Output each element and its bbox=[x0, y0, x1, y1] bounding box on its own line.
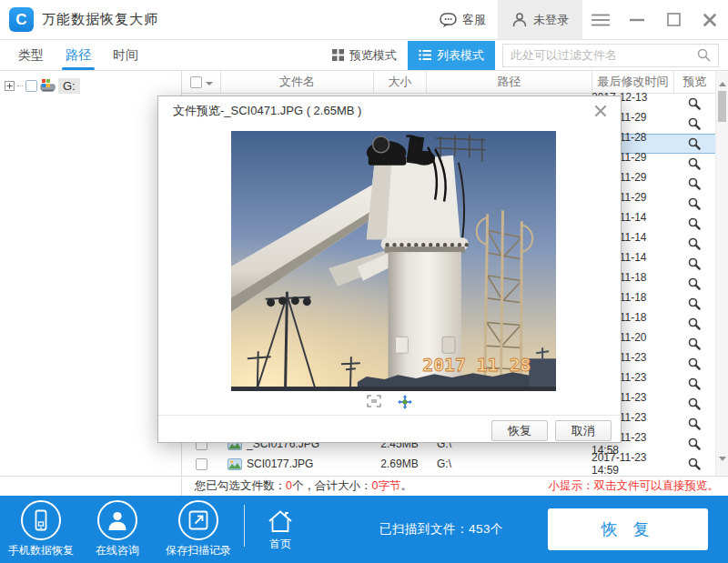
preview-photo: 2017 11 28 bbox=[231, 131, 556, 391]
bottombar-divider bbox=[244, 505, 245, 547]
row-checkbox[interactable] bbox=[196, 458, 207, 470]
minimize-button[interactable] bbox=[619, 0, 655, 39]
tab-type[interactable]: 类型 bbox=[16, 40, 46, 70]
preview-modal: 文件预览-_SCI0471.JPG ( 2.65MB ) bbox=[157, 96, 622, 443]
preview-magnifier-icon[interactable] bbox=[688, 377, 701, 390]
minimize-icon bbox=[630, 18, 644, 22]
image-file-icon bbox=[228, 458, 242, 470]
preview-magnifier-icon[interactable] bbox=[688, 97, 701, 110]
expand-icon[interactable] bbox=[5, 81, 15, 91]
close-button[interactable] bbox=[692, 0, 728, 39]
preview-magnifier-icon[interactable] bbox=[688, 217, 701, 230]
login-button[interactable]: 未登录 bbox=[498, 0, 582, 39]
folder-tree: G: bbox=[0, 71, 182, 476]
preview-magnifier-icon[interactable] bbox=[688, 137, 701, 150]
user-icon bbox=[511, 12, 528, 27]
preview-magnifier-icon[interactable] bbox=[688, 157, 701, 170]
preview-magnifier-icon[interactable] bbox=[688, 417, 701, 430]
chat-bubble-icon bbox=[440, 12, 457, 28]
preview-magnifier-icon[interactable] bbox=[688, 117, 701, 130]
selection-summary: 您已勾选文件数：0个，合计大小：0字节。 bbox=[195, 478, 412, 494]
search-input[interactable] bbox=[503, 48, 697, 62]
table-scrollbar[interactable] bbox=[715, 71, 728, 476]
filesize-text: 2.69MB bbox=[373, 454, 426, 474]
scrollbar-thumb[interactable] bbox=[718, 91, 726, 122]
maximize-button[interactable] bbox=[655, 0, 692, 39]
modal-divider bbox=[158, 415, 621, 416]
tip-text: 小提示：双击文件可以直接预览。 bbox=[549, 478, 720, 494]
support-button[interactable]: 客服 bbox=[428, 0, 498, 39]
toolbar: 类型 路径 时间 预览模式 列表模式 bbox=[0, 40, 728, 71]
fit-screen-icon[interactable] bbox=[367, 395, 381, 409]
tree-connector bbox=[17, 85, 23, 86]
statusbar: 您已勾选文件数：0个，合计大小：0字节。 小提示：双击文件可以直接预览。 bbox=[0, 476, 728, 496]
modal-title: 文件预览-_SCI0471.JPG ( 2.65MB ) bbox=[173, 103, 361, 119]
search-icon[interactable] bbox=[697, 48, 718, 62]
close-icon bbox=[703, 14, 716, 26]
online-consult-button[interactable]: 在线咨询 bbox=[82, 500, 153, 558]
home-button[interactable]: 首页 bbox=[252, 508, 308, 552]
drive-icon bbox=[40, 78, 56, 93]
titlebar: C 万能数据恢复大师 客服 未登录 bbox=[0, 0, 728, 40]
hamburger-icon bbox=[592, 14, 610, 26]
actual-size-icon[interactable] bbox=[398, 395, 412, 409]
list-icon bbox=[419, 49, 431, 61]
header-path[interactable]: 路径 bbox=[426, 71, 592, 93]
preview-magnifier-icon[interactable] bbox=[688, 277, 701, 290]
scanned-count-text: 已扫描到文件：453个 bbox=[379, 521, 503, 538]
modal-titlebar: 文件预览-_SCI0471.JPG ( 2.65MB ) bbox=[158, 96, 621, 126]
grid-icon bbox=[332, 49, 344, 61]
table-row[interactable]: SCI0177.JPG 2.69MB G:\ 2017-11-23 14:59 bbox=[182, 454, 728, 474]
preview-magnifier-icon[interactable] bbox=[688, 177, 701, 190]
save-scan-record-button[interactable]: 保存扫描记录 bbox=[153, 500, 244, 558]
modal-close-button[interactable] bbox=[595, 106, 606, 116]
phone-recovery-button[interactable]: 手机数据恢复 bbox=[0, 500, 82, 558]
preview-magnifier-icon[interactable] bbox=[688, 297, 701, 310]
preview-magnifier-icon[interactable] bbox=[688, 437, 701, 450]
preview-magnifier-icon[interactable] bbox=[688, 317, 701, 330]
preview-magnifier-icon[interactable] bbox=[688, 337, 701, 350]
header-size[interactable]: 大小 bbox=[373, 71, 426, 93]
filter-searchbox bbox=[502, 44, 719, 67]
app-window: C 万能数据恢复大师 客服 未登录 bbox=[0, 0, 728, 563]
chevron-down-icon[interactable] bbox=[206, 82, 213, 89]
preview-mode-button[interactable]: 预览模式 bbox=[321, 41, 408, 70]
statusbar-spacer bbox=[0, 477, 182, 496]
modal-recover-button[interactable]: 恢复 bbox=[491, 420, 548, 441]
app-title: 万能数据恢复大师 bbox=[42, 11, 158, 28]
preview-magnifier-icon[interactable] bbox=[688, 457, 701, 470]
app-logo-icon: C bbox=[9, 7, 34, 32]
modal-cancel-button[interactable]: 取消 bbox=[555, 420, 612, 441]
tab-path[interactable]: 路径 bbox=[64, 40, 93, 70]
header-mtime[interactable]: 最后修改时间 bbox=[592, 71, 673, 93]
filepath-text: G:\ bbox=[426, 454, 592, 474]
menu-button[interactable] bbox=[582, 0, 619, 39]
maximize-icon bbox=[667, 13, 681, 26]
recover-main-button[interactable]: 恢 复 bbox=[548, 508, 708, 550]
tree-item-drive-g[interactable]: G: bbox=[0, 75, 181, 96]
tab-time[interactable]: 时间 bbox=[111, 40, 140, 70]
preview-magnifier-icon[interactable] bbox=[688, 357, 701, 370]
preview-magnifier-icon[interactable] bbox=[688, 257, 701, 270]
header-preview[interactable]: 预览 bbox=[673, 71, 715, 93]
phone-icon bbox=[31, 509, 51, 531]
list-mode-button[interactable]: 列表模式 bbox=[408, 41, 495, 70]
scroll-down-icon[interactable] bbox=[719, 457, 726, 465]
photo-timestamp: 2017 11 28 bbox=[422, 355, 531, 376]
scroll-up-icon[interactable] bbox=[719, 78, 726, 86]
export-icon bbox=[188, 510, 208, 530]
mtime-text: 2017-11-23 14:59 bbox=[592, 454, 673, 474]
person-icon bbox=[106, 509, 129, 531]
photo-controls bbox=[158, 395, 621, 409]
preview-magnifier-icon[interactable] bbox=[688, 237, 701, 250]
preview-magnifier-icon[interactable] bbox=[688, 397, 701, 410]
drive-label: G: bbox=[58, 78, 80, 94]
filename-text: SCI0177.JPG bbox=[247, 457, 313, 470]
bottom-bar: 手机数据恢复 在线咨询 保存扫描记录 首页 已扫描到文件：453个 恢 复 bbox=[0, 496, 728, 563]
header-filename[interactable]: 文件名 bbox=[220, 71, 373, 93]
home-icon bbox=[267, 508, 294, 534]
tree-checkbox[interactable] bbox=[25, 80, 37, 92]
preview-magnifier-icon[interactable] bbox=[688, 197, 701, 210]
header-select-all[interactable] bbox=[182, 71, 220, 93]
